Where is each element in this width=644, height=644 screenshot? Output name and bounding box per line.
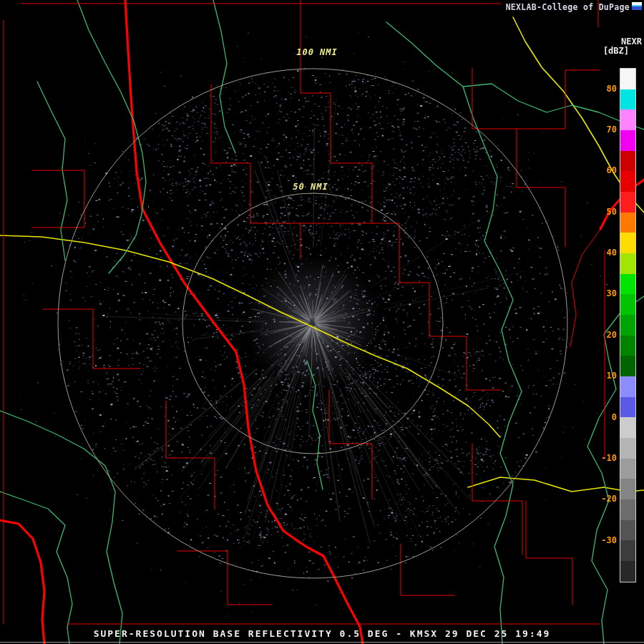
map-river-line [213,0,235,153]
map-county-line [211,84,301,223]
colorbar-segment [620,376,635,397]
colorbar-tick-label: -30 [584,535,617,545]
colorbar-segment [620,315,635,336]
range-ring-label: 50 NMI [293,182,328,192]
range-ring [182,193,443,454]
colorbar-segment [620,109,635,130]
brand-text: NEXLAB-College of DuPage [506,2,630,12]
map-river-line [0,411,122,644]
map-county-line [517,70,600,129]
range-ring-label: 100 NMI [296,47,338,57]
colorbar-segment [620,253,635,274]
colorbar-segment [620,192,635,213]
colorbar-segment [620,356,635,376]
colorbar-segment [620,151,635,172]
map-county-line [401,544,454,595]
colorbar-segment [620,438,635,459]
colorbar-tick-label: -20 [584,494,617,504]
map-river-line [77,0,146,273]
colorbar-segment [620,274,635,295]
colorbar-tick-label: 80 [584,84,617,94]
map-river-line [307,361,323,489]
colorbar-units: [dBZ] [603,46,629,56]
colorbar-tick-label: 0 [584,412,617,422]
product-caption: SUPER-RESOLUTION BASE REFLECTIVITY 0.5 D… [0,628,644,639]
colorbar-segment [620,397,635,418]
colorbar-segment [620,69,635,89]
colorbar-segment [620,130,635,151]
colorbar-segment [620,213,635,233]
colorbar-segment [620,459,635,479]
map-road-line [468,477,644,492]
colorbar-tick-label: 70 [584,125,617,135]
map-road-line [0,235,500,437]
map-county-line [526,501,572,605]
map-highway-line [0,520,44,644]
colorbar-segment [620,479,635,499]
cod-logo-icon [632,2,642,10]
map-county-line [472,68,565,247]
colorbar-tick-label: -10 [584,453,617,463]
colorbar-tick-label: 30 [584,288,617,298]
colorbar-segment [620,520,635,541]
map-river-line [37,82,67,260]
colorbar-segment [620,499,635,520]
colorbar-tick-label: 40 [584,248,617,258]
map-county-line [301,0,372,259]
colorbar-segment [620,171,635,192]
colorbar [620,68,636,582]
colorbar-segment [620,89,635,110]
colorbar-tick-label: 10 [584,371,617,381]
colorbar-title: NEXR [621,36,642,47]
map-river-line [463,87,522,644]
map-county-line [32,170,84,228]
colorbar-segment [620,336,635,356]
map-county-line [177,551,272,605]
colorbar-segment [620,540,635,561]
map-overlay [0,0,644,644]
bottom-border [0,642,644,643]
map-river-line [386,22,644,130]
map-county-line [43,309,140,369]
map-river-line [0,492,72,644]
radar-display: NEXLAB-College of DuPage NEXR [dBZ] 8070… [0,0,644,644]
colorbar-segment [620,233,635,253]
colorbar-tick-label: 60 [584,165,617,175]
colorbar-tick-label: 20 [584,330,617,340]
colorbar-tick-label: 50 [584,207,617,217]
colorbar-segment [620,417,635,438]
map-county-line [166,401,215,509]
colorbar-segment [620,294,635,315]
map-county-line [329,390,372,499]
map-highway-line [125,0,363,644]
colorbar-segment [620,561,635,582]
